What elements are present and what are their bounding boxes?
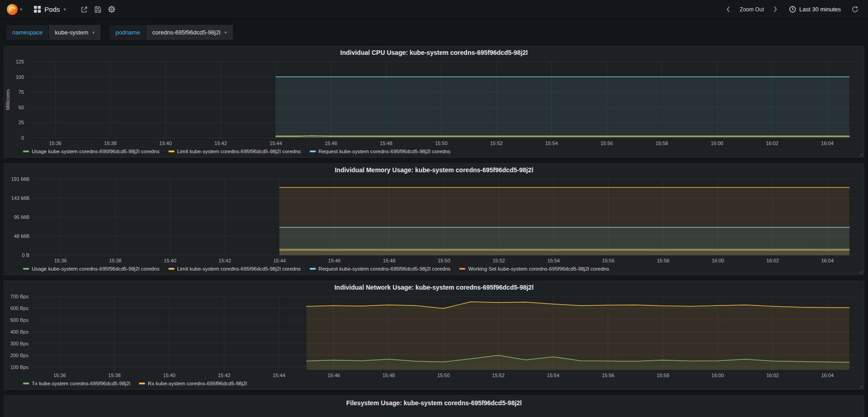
variable-podname-dropdown[interactable]: coredns-695f96dcd5-98j2l ▾ xyxy=(146,25,232,40)
legend-series-name: Usage kube-system coredns-695f96dcd5-98j… xyxy=(32,266,159,272)
legend-series-color-icon xyxy=(139,383,145,384)
svg-text:16:00: 16:00 xyxy=(711,141,723,146)
network-usage-chart[interactable]: 100 Bps200 Bps300 Bps400 Bps500 Bps600 B… xyxy=(4,294,864,380)
svg-text:15:36: 15:36 xyxy=(53,373,66,378)
svg-text:15:58: 15:58 xyxy=(656,141,668,146)
svg-text:16:04: 16:04 xyxy=(821,373,834,378)
legend-item[interactable]: Request kube-system coredns-695f96dcd5-9… xyxy=(310,149,451,154)
legend-item[interactable]: Usage kube-system coredns-695f96dcd5-98j… xyxy=(23,149,159,154)
dashboard-picker[interactable]: Pods ▾ xyxy=(34,5,66,13)
chevron-down-icon: ▾ xyxy=(92,30,95,35)
svg-text:125: 125 xyxy=(16,59,24,64)
panel-title[interactable]: Filesystem Usage: kube-system coredns-69… xyxy=(4,397,864,409)
time-shift-forward-button[interactable] xyxy=(768,3,782,16)
grafana-main-menu[interactable]: ▾ xyxy=(6,4,22,15)
svg-text:16:04: 16:04 xyxy=(821,258,834,263)
svg-text:15:56: 15:56 xyxy=(600,141,613,146)
svg-text:16:02: 16:02 xyxy=(766,141,779,146)
svg-text:15:56: 15:56 xyxy=(602,258,615,263)
legend-series-name: Request kube-system coredns-695f96dcd5-9… xyxy=(318,149,451,154)
svg-text:700 Bps: 700 Bps xyxy=(10,294,29,299)
svg-text:100 Bps: 100 Bps xyxy=(10,364,29,370)
svg-text:15:46: 15:46 xyxy=(328,373,340,378)
svg-text:15:40: 15:40 xyxy=(159,141,172,146)
legend-series-name: Tx kube-system coredns-695f96dcd5-98j2l xyxy=(32,381,130,386)
cpu-usage-chart[interactable]: 025507510012515:3615:3815:4015:4215:4415… xyxy=(4,59,864,148)
legend-series-color-icon xyxy=(169,268,174,270)
svg-text:15:44: 15:44 xyxy=(273,258,286,263)
legend-series-color-icon xyxy=(459,268,465,270)
svg-text:15:52: 15:52 xyxy=(492,373,505,378)
legend-series-name: Limit kube-system coredns-695f96dcd5-98j… xyxy=(177,266,301,272)
legend-item[interactable]: Limit kube-system coredns-695f96dcd5-98j… xyxy=(169,266,301,272)
svg-text:15:48: 15:48 xyxy=(380,141,393,146)
save-button[interactable] xyxy=(91,3,105,16)
variable-namespace-dropdown[interactable]: kube-system ▾ xyxy=(49,25,101,40)
time-shift-back-button[interactable] xyxy=(722,3,735,16)
svg-text:15:40: 15:40 xyxy=(163,373,176,378)
refresh-button[interactable] xyxy=(848,3,862,16)
svg-text:15:48: 15:48 xyxy=(382,373,395,378)
dashboard-panels: Individual CPU Usage: kube-system coredn… xyxy=(0,46,868,417)
svg-text:300 Bps: 300 Bps xyxy=(10,341,29,346)
memory-usage-chart[interactable]: 0 B48 MiB95 MiB143 MiB191 MiB15:3615:381… xyxy=(4,176,864,265)
svg-text:75: 75 xyxy=(19,89,24,95)
network-usage-legend: Tx kube-system coredns-695f96dcd5-98j2lR… xyxy=(4,380,864,389)
svg-text:15:50: 15:50 xyxy=(435,141,448,146)
chevron-down-icon: ▾ xyxy=(20,7,22,12)
legend-item[interactable]: Working Set kube-system coredns-695f96dc… xyxy=(459,266,609,272)
panel-title[interactable]: Individual Network Usage: kube-system co… xyxy=(4,281,864,294)
legend-series-color-icon xyxy=(23,383,29,384)
svg-text:15:46: 15:46 xyxy=(325,141,338,146)
variable-namespace-label: namespace xyxy=(6,25,48,40)
legend-series-color-icon xyxy=(23,268,29,270)
template-variables-row: namespace kube-system ▾ podname coredns-… xyxy=(0,19,868,46)
svg-text:143 MiB: 143 MiB xyxy=(11,195,29,201)
legend-item[interactable]: Limit kube-system coredns-695f96dcd5-98j… xyxy=(169,149,301,154)
svg-text:100: 100 xyxy=(16,74,24,80)
svg-text:500 Bps: 500 Bps xyxy=(10,317,29,323)
grafana-logo-icon xyxy=(6,4,18,15)
svg-text:15:54: 15:54 xyxy=(547,258,560,263)
svg-text:15:42: 15:42 xyxy=(218,373,231,378)
dashboard-grid-icon xyxy=(34,6,41,13)
svg-text:191 MiB: 191 MiB xyxy=(11,176,29,182)
share-button[interactable] xyxy=(77,3,91,16)
time-range-picker[interactable]: Last 30 minutes xyxy=(785,6,845,13)
legend-item[interactable]: Usage kube-system coredns-695f96dcd5-98j… xyxy=(23,266,159,272)
panel-individual-network-usage: Individual Network Usage: kube-system co… xyxy=(4,281,864,390)
svg-text:15:48: 15:48 xyxy=(383,258,395,263)
settings-button[interactable] xyxy=(105,3,118,16)
save-icon xyxy=(94,6,101,13)
svg-text:600 Bps: 600 Bps xyxy=(10,305,29,311)
legend-item[interactable]: Tx kube-system coredns-695f96dcd5-98j2l xyxy=(23,381,130,386)
chevron-down-icon: ▾ xyxy=(63,7,66,12)
legend-series-color-icon xyxy=(23,150,29,152)
gear-icon xyxy=(108,5,116,13)
row-drag-handle-icon[interactable] xyxy=(0,47,0,60)
cpu-usage-legend: Usage kube-system coredns-695f96dcd5-98j… xyxy=(4,148,864,157)
svg-text:48 MiB: 48 MiB xyxy=(14,233,29,239)
legend-series-color-icon xyxy=(169,150,174,152)
chevron-down-icon: ▾ xyxy=(225,30,227,35)
filesystem-usage-chart[interactable] xyxy=(4,409,864,417)
svg-text:Millicores: Millicores xyxy=(5,89,10,110)
svg-text:95 MiB: 95 MiB xyxy=(14,214,29,220)
panel-title[interactable]: Individual Memory Usage: kube-system cor… xyxy=(4,164,864,176)
svg-text:15:42: 15:42 xyxy=(214,141,227,146)
svg-text:16:00: 16:00 xyxy=(712,373,724,378)
svg-text:15:40: 15:40 xyxy=(164,258,177,263)
svg-text:15:52: 15:52 xyxy=(492,258,505,263)
variable-namespace-value: kube-system xyxy=(55,29,88,36)
legend-item[interactable]: Request kube-system coredns-695f96dcd5-9… xyxy=(310,266,451,272)
variable-namespace: namespace kube-system ▾ xyxy=(6,25,101,40)
svg-text:16:02: 16:02 xyxy=(767,373,779,378)
svg-text:15:36: 15:36 xyxy=(49,141,62,146)
zoom-out-button[interactable]: Zoom Out xyxy=(738,6,766,13)
panel-title[interactable]: Individual CPU Usage: kube-system coredn… xyxy=(4,46,864,59)
legend-item[interactable]: Rx kube-system coredns-695f96dcd5-98j2l xyxy=(139,381,247,386)
legend-series-name: Request kube-system coredns-695f96dcd5-9… xyxy=(318,266,451,272)
panel-filesystem-usage: Filesystem Usage: kube-system coredns-69… xyxy=(4,395,864,417)
legend-series-name: Rx kube-system coredns-695f96dcd5-98j2l xyxy=(148,381,247,386)
svg-text:15:38: 15:38 xyxy=(104,141,117,146)
